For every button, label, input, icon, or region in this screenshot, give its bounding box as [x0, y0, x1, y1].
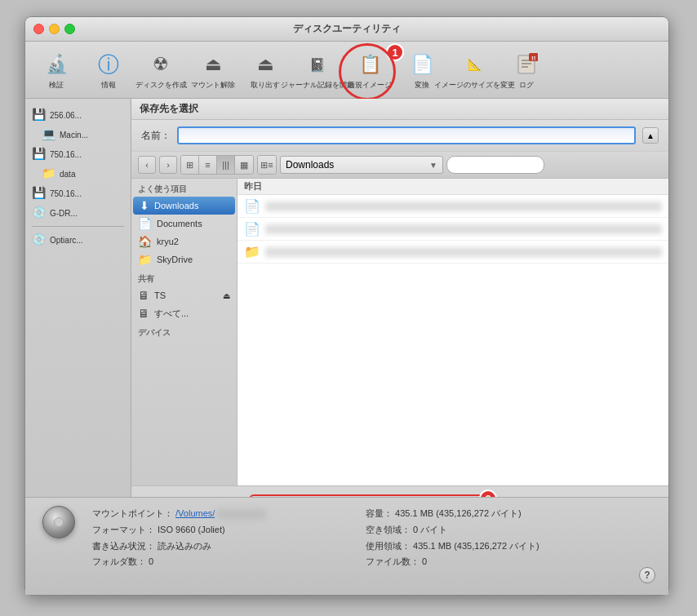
search-input[interactable]	[446, 156, 544, 174]
sidebar-item-disk4[interactable]: 📁 data	[25, 164, 131, 184]
window-controls	[33, 24, 75, 34]
close-button[interactable]	[33, 24, 44, 34]
fav-documents-label: Documents	[157, 219, 202, 228]
window-title: ディスクユーティリティ	[293, 22, 401, 36]
back-button[interactable]: ‹	[138, 156, 156, 174]
sidebar-item-disk2[interactable]: 💻 Macin...	[25, 125, 131, 144]
format-info-value: ISO 9660 (Joliet)	[158, 525, 225, 534]
files-label: ファイル数：	[366, 556, 420, 566]
file-item-1[interactable]: 📄	[238, 195, 668, 218]
tool-create-disk[interactable]: ☢ ディスクを作成	[136, 47, 185, 93]
fav-item-home[interactable]: 🏠 kryu2	[131, 233, 237, 250]
log-label: ログ	[519, 81, 534, 90]
disk4-label: data	[60, 170, 75, 179]
location-arrow: ▼	[429, 161, 437, 170]
sidebar-item-disk6[interactable]: 💿 G-DR...	[25, 203, 131, 223]
unmount-label: マウント解除	[191, 81, 235, 90]
file-item-2[interactable]: 📄	[238, 218, 668, 241]
name-input[interactable]	[177, 126, 636, 144]
shared-ts-label: TS	[154, 290, 166, 300]
eject-label: 取り出す	[251, 81, 280, 90]
file-area: よく使う項目 ⬇ Downloads 📄 Documents 🏠 kryu2	[131, 179, 668, 485]
location-selector[interactable]: Downloads ▼	[280, 156, 443, 174]
forward-button[interactable]: ›	[159, 156, 177, 174]
expand-button[interactable]: ▲	[642, 127, 659, 144]
sidebar-divider	[32, 226, 124, 227]
minimize-button[interactable]	[49, 24, 60, 34]
tool-unmount[interactable]: ⏏ マウント解除	[189, 47, 238, 93]
sidebar-item-disk1[interactable]: 💾 256.06...	[25, 105, 131, 125]
file-icon-2: 📄	[244, 221, 260, 237]
mount-link[interactable]: /Volumes/	[175, 508, 215, 518]
free-value: 0 バイト	[413, 525, 447, 534]
main-window: ディスクユーティリティ 🔬 検証 ⓘ 情報 ☢ ディスクを作成 ⏏ マウント解除…	[24, 16, 669, 596]
disk4-icon: 📁	[42, 166, 56, 181]
file-item-3[interactable]: 📁	[238, 241, 668, 264]
maximize-button[interactable]	[64, 24, 75, 34]
log-icon: !!	[512, 50, 541, 79]
info-col-right: 容量： 435.1 MB (435,126,272 バイト) 空き領域： 0 バ…	[366, 506, 626, 570]
create-disk-icon: ☢	[146, 50, 175, 79]
location-label: Downloads	[286, 159, 334, 171]
shared-item-ts[interactable]: 🖥 TS ⏏	[131, 286, 237, 304]
journal-label: ジャーナル記録を開始	[281, 81, 354, 90]
sidebar-item-disk7[interactable]: 💿 Optiarc...	[25, 230, 131, 250]
sort-btn[interactable]: ⊞≡	[258, 156, 276, 174]
view-icon-btn[interactable]: ⊞	[181, 156, 199, 174]
home-icon: 🏠	[138, 235, 152, 248]
disk5-label: 750.16...	[50, 189, 82, 198]
mount-label: マウントポイント：	[92, 508, 173, 518]
view-column-btn[interactable]: |||	[217, 156, 235, 174]
format-info-row: フォーマット： ISO 9660 (Joliet)	[92, 522, 353, 538]
write-value: 読み込みのみ	[158, 541, 211, 551]
title-bar: ディスクユーティリティ	[25, 17, 668, 42]
dvd-disc	[42, 506, 75, 538]
convert-icon: 📄	[407, 50, 437, 79]
write-status-row: 書き込み状況： 読み込みのみ	[92, 538, 353, 555]
format-info-label: フォーマット：	[92, 525, 155, 534]
tool-resize[interactable]: 📐 イメージのサイズを変更	[450, 47, 499, 93]
disk2-label: Macin...	[60, 131, 88, 140]
sort-group: ⊞≡	[257, 155, 277, 175]
documents-icon: 📄	[138, 217, 152, 230]
file-name-2	[265, 224, 662, 234]
all-icon: 🖥	[138, 307, 149, 320]
view-list-btn[interactable]: ≡	[199, 156, 217, 174]
verify-label: 検証	[49, 81, 64, 90]
ts-eject-icon: ⏏	[223, 291, 230, 300]
view-flow-btn[interactable]: ▦	[235, 156, 253, 174]
disk6-label: G-DR...	[50, 209, 78, 218]
file-name-1	[265, 202, 662, 211]
shared-item-all[interactable]: 🖥 すべて...	[131, 304, 237, 322]
capacity-label: 容量：	[366, 508, 393, 518]
fav-item-skydrive[interactable]: 📁 SkyDrive	[131, 250, 237, 268]
new-image-label: 新規イメージ	[348, 81, 392, 90]
tool-new-image[interactable]: 📋 新規イメージ 1	[345, 47, 394, 93]
browser-toolbar: ‹ › ⊞ ≡ ||| ▦ ⊞≡ Downloads ▼	[131, 152, 668, 179]
tool-log[interactable]: !! ログ	[502, 47, 551, 93]
new-image-icon: 📋	[355, 50, 384, 79]
fav-item-downloads[interactable]: ⬇ Downloads	[133, 197, 235, 215]
help-button[interactable]: ?	[639, 567, 655, 583]
files-count-row: ファイル数： 0	[366, 554, 626, 570]
info-col-left: マウントポイント： /Volumes/ フォーマット： ISO 9660 (Jo…	[92, 506, 353, 570]
tool-verify[interactable]: 🔬 検証	[32, 47, 81, 93]
dialog-titlebar: 保存先を選択	[131, 99, 668, 120]
tool-info[interactable]: ⓘ 情報	[84, 47, 133, 93]
disk3-icon: 💾	[32, 147, 47, 162]
disk3-label: 750.16...	[50, 150, 82, 159]
mount-point-row: マウントポイント： /Volumes/	[92, 506, 353, 522]
disk7-icon: 💿	[32, 233, 47, 247]
sidebar-item-disk5[interactable]: 💾 750.16...	[25, 184, 131, 203]
fav-skydrive-label: SkyDrive	[157, 255, 193, 264]
unmount-icon: ⏏	[198, 50, 228, 79]
disk1-label: 256.06...	[50, 111, 82, 120]
info-icon: ⓘ	[94, 50, 123, 79]
fav-item-documents[interactable]: 📄 Documents	[131, 215, 237, 233]
fav-downloads-label: Downloads	[154, 201, 198, 211]
file-name-3	[265, 247, 662, 257]
file-icon-1: 📄	[244, 198, 260, 214]
tool-journal[interactable]: 📓 ジャーナル記録を開始	[293, 47, 342, 93]
folder-label: フォルダ数：	[92, 556, 146, 566]
sidebar-item-disk3[interactable]: 💾 750.16...	[25, 144, 131, 164]
